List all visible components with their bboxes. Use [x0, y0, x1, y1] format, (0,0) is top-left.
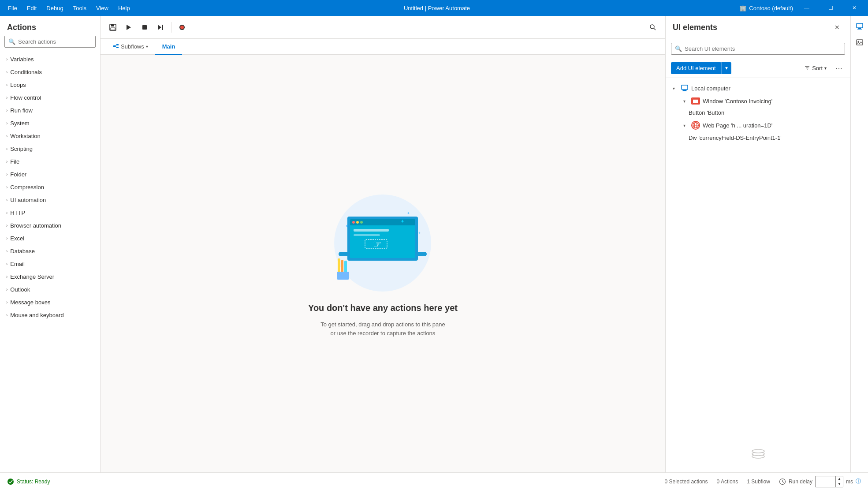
- category-run-flow[interactable]: › Run flow: [0, 104, 100, 117]
- category-message-boxes[interactable]: › Message boxes: [0, 296, 100, 309]
- category-excel[interactable]: › Excel: [0, 232, 100, 245]
- svg-rect-6: [162, 25, 163, 30]
- images-sidebar-button[interactable]: [853, 35, 867, 49]
- category-label: UI automation: [10, 197, 46, 203]
- category-mouse-keyboard[interactable]: › Mouse and keyboard: [0, 309, 100, 322]
- search-actions-input[interactable]: [18, 38, 92, 45]
- step-button[interactable]: [153, 20, 168, 34]
- category-database[interactable]: › Database: [0, 245, 100, 258]
- empty-state-illustration: ☞ ✦ ✦ ✦ ✦: [312, 190, 453, 296]
- webpage-icon: [691, 121, 700, 130]
- actions-count-status: 0 Actions: [717, 479, 738, 485]
- actions-search-box[interactable]: 🔍: [4, 36, 96, 48]
- tree-webpage-item[interactable]: ▾ Web Page 'h ... uration=1D': [676, 118, 850, 132]
- decrement-button[interactable]: ▼: [836, 482, 843, 487]
- menu-tools[interactable]: Tools: [69, 3, 91, 13]
- run-delay-spinners: ▲ ▼: [835, 476, 843, 487]
- layers-icon: [749, 444, 767, 462]
- category-conditionals[interactable]: › Conditionals: [0, 66, 100, 79]
- div-child-item[interactable]: Div 'currencyField-DS-EntryPoint1-1': [689, 132, 850, 143]
- maximize-button[interactable]: ☐: [820, 0, 841, 16]
- tree-window-item[interactable]: ▾ Window 'Contoso Invoicing': [676, 95, 850, 107]
- category-compression[interactable]: › Compression: [0, 181, 100, 194]
- menu-help[interactable]: Help: [114, 3, 134, 13]
- svg-text:☞: ☞: [373, 239, 382, 250]
- category-scripting[interactable]: › Scripting: [0, 142, 100, 155]
- run-delay-unit: ms: [846, 479, 853, 485]
- category-flow-control[interactable]: › Flow control: [0, 91, 100, 104]
- close-button[interactable]: ✕: [844, 0, 864, 16]
- search-icon: 🔍: [8, 38, 15, 45]
- play-button[interactable]: [122, 20, 136, 34]
- center-panel: Subflows ▾ Main: [101, 16, 665, 472]
- ui-elements-panel: UI elements ✕ 🔍 Add UI element ▾: [665, 16, 850, 472]
- category-outlook[interactable]: › Outlook: [0, 283, 100, 296]
- svg-marker-5: [158, 25, 161, 30]
- category-file[interactable]: › File: [0, 155, 100, 168]
- svg-rect-35: [337, 272, 349, 280]
- add-ui-element-dropdown-button[interactable]: ▾: [721, 62, 731, 74]
- toolbar-divider: [171, 22, 171, 33]
- ui-elements-sidebar-button[interactable]: [853, 19, 867, 34]
- run-delay-input-group[interactable]: 100 ▲ ▼: [815, 476, 843, 487]
- category-variables[interactable]: › Variables: [0, 53, 100, 66]
- tab-main[interactable]: Main: [155, 39, 183, 55]
- close-ui-panel-button[interactable]: ✕: [831, 21, 843, 34]
- category-http[interactable]: › HTTP: [0, 206, 100, 219]
- empty-desc-line1: To get started, drag and drop actions to…: [320, 321, 445, 328]
- category-workstation[interactable]: › Workstation: [0, 130, 100, 142]
- subflows-tab-label: Subflows: [121, 43, 144, 50]
- category-system[interactable]: › System: [0, 117, 100, 130]
- category-label: HTTP: [10, 209, 25, 216]
- increment-button[interactable]: ▲: [836, 476, 843, 482]
- category-loops[interactable]: › Loops: [0, 79, 100, 91]
- svg-rect-20: [350, 219, 415, 225]
- status-bar: Status: Ready 0 Selected actions 0 Actio…: [0, 472, 868, 490]
- search-toolbar-button[interactable]: [646, 20, 660, 34]
- info-icon[interactable]: ⓘ: [856, 478, 861, 485]
- collapse-icon: ▾: [683, 99, 689, 104]
- svg-point-8: [180, 26, 184, 29]
- main-content: Actions 🔍 › Variables › Conditionals › L…: [0, 16, 868, 472]
- minimize-button[interactable]: —: [797, 0, 817, 16]
- category-label: File: [10, 158, 19, 165]
- chevron-icon: ›: [6, 70, 7, 75]
- more-options-button[interactable]: ⋯: [833, 62, 845, 74]
- record-button[interactable]: [175, 20, 189, 34]
- category-label: Mouse and keyboard: [10, 312, 63, 318]
- ui-elements-tree: ▾ Local computer ▾: [666, 78, 850, 273]
- category-folder[interactable]: › Folder: [0, 168, 100, 181]
- add-ui-element-button[interactable]: Add UI element: [671, 62, 721, 74]
- subflow-count-status: 1 Subflow: [747, 479, 770, 485]
- svg-text:✦: ✦: [418, 231, 421, 235]
- category-label: System: [10, 120, 29, 127]
- svg-point-54: [857, 41, 859, 42]
- user-info[interactable]: 🏢 Contoso (default): [739, 5, 793, 11]
- category-email[interactable]: › Email: [0, 258, 100, 270]
- ui-elements-search-box[interactable]: 🔍: [671, 43, 845, 55]
- chevron-icon: ›: [6, 274, 7, 279]
- sort-label: Sort: [812, 65, 823, 71]
- button-child-item[interactable]: Button 'Button': [689, 107, 850, 118]
- tree-local-computer[interactable]: ▾ Local computer: [666, 82, 850, 95]
- menu-edit[interactable]: Edit: [22, 3, 41, 13]
- category-browser-automation[interactable]: › Browser automation: [0, 219, 100, 232]
- tab-subflows[interactable]: Subflows ▾: [106, 39, 155, 55]
- svg-point-21: [352, 221, 355, 224]
- category-label: Browser automation: [10, 222, 61, 229]
- menu-view[interactable]: View: [92, 3, 113, 13]
- menu-file[interactable]: File: [4, 3, 22, 13]
- user-name: Contoso (default): [749, 5, 793, 11]
- category-exchange-server[interactable]: › Exchange Server: [0, 270, 100, 283]
- sort-button[interactable]: Sort ▾: [801, 63, 829, 73]
- category-ui-automation[interactable]: › UI automation: [0, 194, 100, 206]
- flow-canvas[interactable]: ☞ ✦ ✦ ✦ ✦ You don't have any actions her: [101, 55, 665, 472]
- local-computer-label: Local computer: [691, 85, 843, 92]
- svg-point-55: [7, 479, 14, 485]
- menu-debug[interactable]: Debug: [42, 3, 67, 13]
- search-ui-elements-input[interactable]: [685, 45, 841, 52]
- ui-elements-title: UI elements: [673, 23, 827, 32]
- run-delay-value-input[interactable]: 100: [816, 477, 835, 486]
- save-button[interactable]: [106, 20, 120, 34]
- stop-button[interactable]: [138, 20, 152, 34]
